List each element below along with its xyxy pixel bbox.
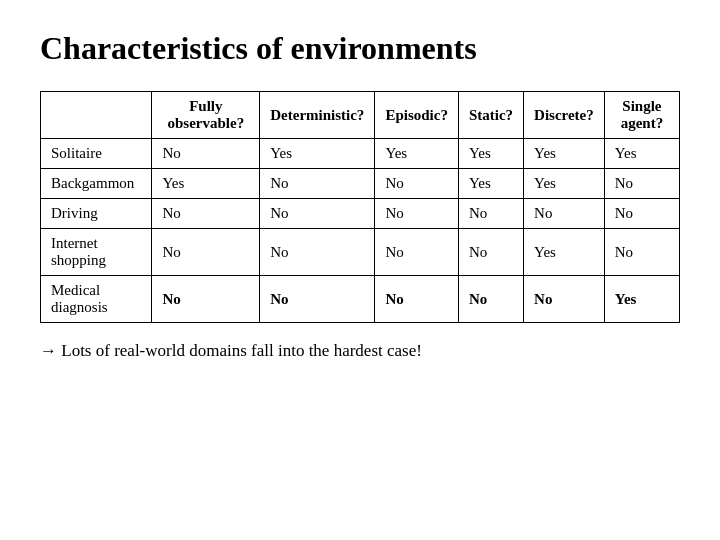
characteristics-table: Fully observable?Deterministic?Episodic?… [40,91,680,323]
page-title: Characteristics of environments [40,30,680,67]
cell-4-0: No [152,276,260,323]
footer-text: → Lots of real-world domains fall into t… [40,341,680,361]
row-label-1: Backgammon [41,169,152,199]
cell-1-0: Yes [152,169,260,199]
table-row: BackgammonYesNoNoYesYesNo [41,169,680,199]
table-header-row: Fully observable?Deterministic?Episodic?… [41,92,680,139]
cell-3-2: No [375,229,459,276]
cell-2-3: No [458,199,523,229]
cell-3-1: No [260,229,375,276]
row-label-2: Driving [41,199,152,229]
cell-2-5: No [604,199,679,229]
header-col-4: Static? [458,92,523,139]
cell-1-5: No [604,169,679,199]
cell-1-3: Yes [458,169,523,199]
cell-3-3: No [458,229,523,276]
cell-0-1: Yes [260,139,375,169]
cell-0-5: Yes [604,139,679,169]
cell-1-4: Yes [524,169,605,199]
header-empty [41,92,152,139]
cell-0-3: Yes [458,139,523,169]
cell-4-4: No [524,276,605,323]
cell-2-0: No [152,199,260,229]
table-row: SolitaireNoYesYesYesYesYes [41,139,680,169]
cell-4-2: No [375,276,459,323]
cell-3-0: No [152,229,260,276]
cell-4-1: No [260,276,375,323]
cell-1-2: No [375,169,459,199]
row-label-4: Medical diagnosis [41,276,152,323]
row-label-0: Solitaire [41,139,152,169]
header-col-1: Fully observable? [152,92,260,139]
cell-0-0: No [152,139,260,169]
cell-3-5: No [604,229,679,276]
header-col-3: Episodic? [375,92,459,139]
header-col-6: Single agent? [604,92,679,139]
cell-2-1: No [260,199,375,229]
cell-0-4: Yes [524,139,605,169]
cell-2-2: No [375,199,459,229]
cell-1-1: No [260,169,375,199]
cell-0-2: Yes [375,139,459,169]
table-row: Internet shoppingNoNoNoNoYesNo [41,229,680,276]
table-row: DrivingNoNoNoNoNoNo [41,199,680,229]
row-label-3: Internet shopping [41,229,152,276]
header-col-2: Deterministic? [260,92,375,139]
table-row: Medical diagnosisNoNoNoNoNoYes [41,276,680,323]
cell-2-4: No [524,199,605,229]
cell-3-4: Yes [524,229,605,276]
header-col-5: Discrete? [524,92,605,139]
cell-4-3: No [458,276,523,323]
cell-4-5: Yes [604,276,679,323]
